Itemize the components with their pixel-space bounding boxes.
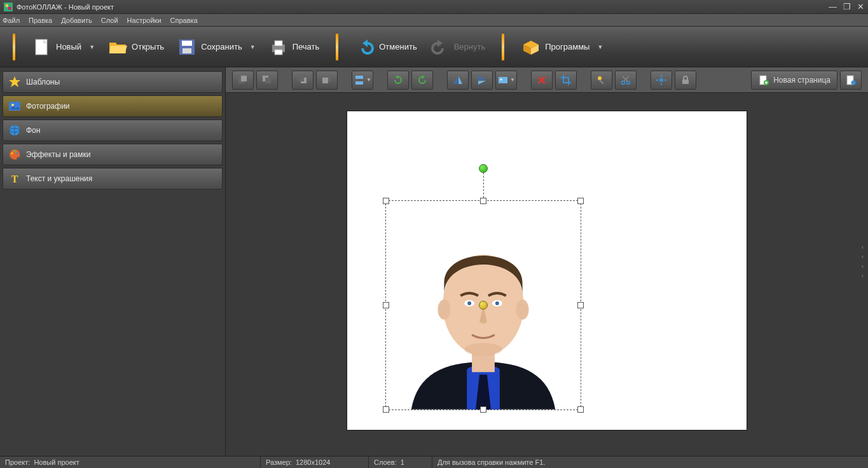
resize-handle-tm[interactable] bbox=[480, 198, 486, 204]
align-button[interactable]: ▼ bbox=[352, 71, 373, 90]
svg-rect-44 bbox=[656, 79, 658, 81]
redo-button[interactable]: Вернуть bbox=[424, 34, 492, 60]
sidebar-item-background[interactable]: Фон bbox=[3, 120, 223, 141]
toolbar-separator bbox=[336, 34, 338, 60]
selection-frame[interactable] bbox=[385, 200, 581, 410]
svg-marker-34 bbox=[478, 81, 486, 85]
sidebar-item-text[interactable]: T Текст и украшения bbox=[3, 168, 223, 189]
toolbar-separator bbox=[502, 34, 504, 60]
chevron-down-icon: ▼ bbox=[597, 44, 603, 50]
resize-handle-tl[interactable] bbox=[383, 198, 389, 204]
undo-button[interactable]: Отменить bbox=[348, 34, 423, 60]
svg-point-19 bbox=[17, 153, 18, 155]
text-icon: T bbox=[8, 172, 21, 185]
fit-image-icon bbox=[497, 74, 509, 86]
svg-rect-28 bbox=[322, 78, 328, 83]
magic-button[interactable] bbox=[591, 71, 612, 90]
menu-layer[interactable]: Слой bbox=[101, 17, 118, 24]
close-button[interactable]: ✕ bbox=[857, 2, 864, 11]
scissors-button[interactable] bbox=[615, 71, 637, 90]
resize-handle-br[interactable] bbox=[577, 406, 584, 413]
page[interactable] bbox=[347, 111, 747, 430]
sidebar-item-templates[interactable]: Шаблоны bbox=[3, 71, 223, 93]
svg-rect-29 bbox=[355, 76, 363, 79]
programs-button[interactable]: Программы ▼ bbox=[514, 34, 609, 60]
settings-button[interactable] bbox=[651, 71, 672, 90]
fit-button[interactable]: ▼ bbox=[495, 71, 517, 90]
resize-handle-mr[interactable] bbox=[577, 302, 584, 308]
printer-icon bbox=[268, 37, 289, 57]
rotate-ccw-icon bbox=[392, 74, 404, 86]
svg-rect-9 bbox=[275, 41, 282, 46]
flip-horizontal-button[interactable] bbox=[447, 71, 469, 90]
sidebar-item-effects[interactable]: Эффекты и рамки bbox=[3, 144, 223, 165]
status-layers: Слоев: 1 bbox=[369, 457, 432, 468]
svg-marker-32 bbox=[458, 76, 462, 84]
wand-icon bbox=[596, 74, 607, 86]
rotation-handle[interactable] bbox=[479, 164, 488, 173]
lock-button[interactable] bbox=[675, 71, 696, 90]
chevron-down-icon: ▼ bbox=[250, 44, 256, 50]
folder-open-icon bbox=[107, 37, 128, 57]
workspace: ▼ ▼ Новая страница bbox=[226, 67, 868, 456]
menu-add[interactable]: Добавить bbox=[61, 17, 92, 24]
svg-rect-22 bbox=[241, 76, 247, 81]
maximize-button[interactable]: ❐ bbox=[843, 2, 851, 11]
svg-rect-38 bbox=[599, 79, 603, 84]
rotate-left-button[interactable] bbox=[387, 71, 409, 90]
new-button[interactable]: Новый ▼ bbox=[25, 34, 101, 60]
resize-handle-tr[interactable] bbox=[577, 198, 584, 204]
resize-handle-bl[interactable] bbox=[383, 406, 389, 413]
svg-point-55 bbox=[516, 299, 529, 320]
menu-help[interactable]: Справка bbox=[170, 17, 198, 24]
layer-front-button[interactable] bbox=[232, 71, 254, 90]
bring-forward-icon bbox=[261, 74, 273, 86]
resize-handle-ml[interactable] bbox=[383, 302, 389, 308]
lock-icon bbox=[680, 74, 691, 86]
flip-vertical-button[interactable] bbox=[471, 71, 493, 90]
canvas[interactable] bbox=[226, 93, 868, 456]
svg-marker-33 bbox=[478, 76, 486, 79]
svg-rect-6 bbox=[182, 41, 192, 46]
globe-icon bbox=[8, 124, 21, 137]
svg-rect-24 bbox=[265, 78, 271, 83]
svg-point-17 bbox=[11, 153, 13, 155]
sidebar-item-photos[interactable]: Фотографии bbox=[3, 95, 223, 117]
save-button[interactable]: Сохранить ▼ bbox=[170, 34, 262, 60]
crop-button[interactable] bbox=[555, 71, 577, 90]
page-settings-button[interactable] bbox=[840, 71, 862, 90]
layer-forward-button[interactable] bbox=[256, 71, 278, 90]
svg-point-13 bbox=[11, 104, 14, 106]
redo-icon bbox=[430, 37, 450, 57]
titlebar: ФотоКОЛЛАЖ - Новый проект — ❐ ✕ bbox=[0, 0, 868, 14]
svg-rect-46 bbox=[682, 79, 689, 84]
page-gear-icon bbox=[845, 74, 857, 86]
menu-settings[interactable]: Настройки bbox=[127, 17, 162, 24]
open-button[interactable]: Открыть bbox=[101, 34, 170, 60]
flip-v-icon bbox=[476, 74, 488, 86]
delete-button[interactable] bbox=[531, 71, 553, 90]
resize-handle-bm[interactable] bbox=[480, 406, 486, 413]
svg-rect-2 bbox=[8, 7, 11, 10]
svg-point-50 bbox=[851, 80, 856, 85]
svg-point-59 bbox=[495, 301, 499, 305]
minimize-button[interactable]: — bbox=[829, 2, 837, 11]
center-point[interactable] bbox=[479, 301, 488, 310]
svg-marker-31 bbox=[453, 76, 457, 84]
status-size: Размер: 1280x1024 bbox=[261, 457, 369, 468]
secondary-toolbar: ▼ ▼ Новая страница bbox=[226, 67, 868, 93]
new-page-button[interactable]: Новая страница bbox=[751, 71, 837, 90]
layer-backward-button[interactable] bbox=[292, 71, 313, 90]
window-title: ФотоКОЛЛАЖ - Новый проект bbox=[17, 3, 829, 11]
svg-rect-26 bbox=[298, 76, 304, 81]
rotate-right-button[interactable] bbox=[411, 71, 433, 90]
layer-back-button[interactable] bbox=[316, 71, 338, 90]
svg-rect-7 bbox=[183, 48, 191, 53]
panel-expand-handle[interactable]: ‹‹‹‹ bbox=[862, 243, 868, 281]
svg-rect-42 bbox=[661, 75, 662, 77]
menu-file[interactable]: Файл bbox=[3, 17, 20, 24]
print-button[interactable]: Печать bbox=[262, 34, 326, 60]
sidebar: Шаблоны Фотографии Фон Эффекты и рамки T… bbox=[0, 67, 226, 456]
menu-edit[interactable]: Правка bbox=[29, 17, 52, 24]
svg-rect-30 bbox=[355, 81, 363, 85]
